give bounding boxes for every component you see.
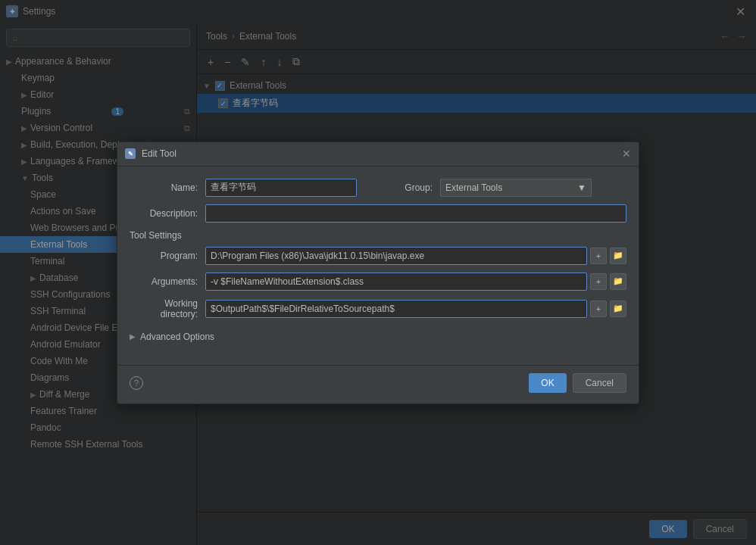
arguments-label: Arguments: <box>130 276 198 287</box>
modal-buttons: OK Cancel <box>529 373 626 393</box>
modal-actions: ? OK Cancel <box>117 365 639 403</box>
group-select[interactable]: External Tools ▼ <box>440 179 592 197</box>
working-dir-label: Working directory: <box>130 298 198 319</box>
arguments-input-group: + 📁 <box>205 272 626 291</box>
working-dir-input-group: + 📁 <box>205 300 626 318</box>
arguments-add-btn[interactable]: + <box>590 273 607 290</box>
arguments-input[interactable] <box>205 272 587 291</box>
program-input[interactable] <box>205 247 587 265</box>
name-label: Name: <box>130 182 198 193</box>
working-dir-row: Working directory: + 📁 <box>130 298 626 319</box>
advanced-options-label: Advanced Options <box>140 332 214 342</box>
modal-body: Name: Group: External Tools ▼ Descriptio… <box>117 167 639 362</box>
advanced-options-toggle[interactable]: ▶ Advanced Options <box>130 327 626 347</box>
name-input[interactable] <box>205 179 357 197</box>
working-dir-folder-btn[interactable]: 📁 <box>610 301 626 317</box>
modal-cancel-button[interactable]: Cancel <box>573 373 626 393</box>
tool-settings-title: Tool Settings <box>130 230 626 241</box>
group-label: Group: <box>364 182 433 193</box>
modal-overlay: ✎ Edit Tool ✕ Name: Group: External Tool… <box>0 0 756 545</box>
program-folder-btn[interactable]: 📁 <box>610 248 626 264</box>
name-group-row: Name: Group: External Tools ▼ <box>130 179 626 197</box>
description-label: Description: <box>130 208 198 219</box>
dropdown-arrow-icon: ▼ <box>577 182 586 193</box>
working-dir-input[interactable] <box>205 300 587 318</box>
description-row: Description: <box>130 204 626 223</box>
modal-title-left: ✎ Edit Tool <box>125 148 177 159</box>
modal-ok-button[interactable]: OK <box>529 373 566 393</box>
group-select-value: External Tools <box>445 182 502 193</box>
advanced-arrow-icon: ▶ <box>130 332 136 341</box>
program-add-btn[interactable]: + <box>590 248 607 264</box>
working-dir-add-btn[interactable]: + <box>590 301 607 317</box>
modal-title: Edit Tool <box>142 148 177 159</box>
modal-close-button[interactable]: ✕ <box>622 148 631 160</box>
arguments-folder-btn[interactable]: 📁 <box>610 273 626 290</box>
program-label: Program: <box>130 251 198 261</box>
arguments-row: Arguments: + 📁 <box>130 272 626 291</box>
modal-title-bar: ✎ Edit Tool ✕ <box>117 142 639 167</box>
help-button[interactable]: ? <box>130 376 143 390</box>
description-input[interactable] <box>205 204 626 223</box>
edit-tool-modal: ✎ Edit Tool ✕ Name: Group: External Tool… <box>117 142 639 404</box>
program-row: Program: + 📁 <box>130 247 626 265</box>
modal-icon: ✎ <box>125 148 136 159</box>
program-input-group: + 📁 <box>205 247 626 265</box>
